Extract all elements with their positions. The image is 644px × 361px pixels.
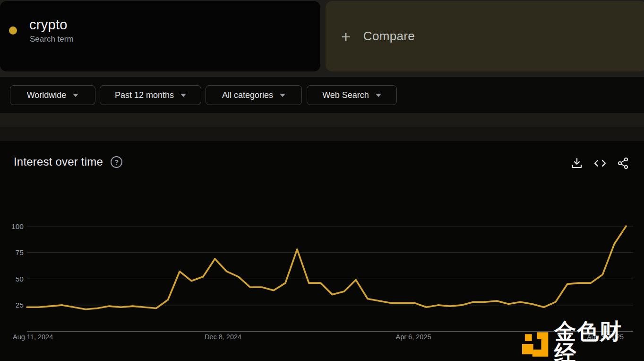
chevron-down-icon [180, 94, 186, 97]
chevron-down-icon [376, 94, 381, 97]
plus-icon: + [341, 28, 351, 44]
panel-divider [0, 127, 644, 141]
compare-label: Compare [363, 29, 415, 44]
filter-bar: Worldwide Past 12 months All categories … [0, 77, 644, 113]
y-axis-tick-label: 75 [16, 248, 24, 256]
chevron-down-icon [280, 94, 285, 97]
chevron-down-icon [73, 94, 78, 97]
x-axis-tick-label: Apr 6, 2025 [396, 333, 431, 341]
panel-divider [0, 113, 644, 127]
y-axis-tick-label: 25 [16, 301, 24, 309]
category-filter-label: All categories [222, 90, 273, 100]
download-icon[interactable] [570, 157, 584, 170]
x-axis-tick-label: Aug 11, 2024 [13, 333, 53, 341]
search-type-filter-label: Web Search [322, 90, 369, 100]
jinse-finance-watermark: 金色财经 [521, 326, 644, 358]
search-type-filter-dropdown[interactable]: Web Search [307, 85, 397, 105]
x-axis-tick-label: Dec 8, 2024 [205, 333, 241, 341]
y-axis-tick-label: 100 [11, 222, 24, 230]
google-trends-page: crypto Search term + Compare Worldwide P… [0, 0, 644, 361]
search-term-card[interactable]: crypto Search term [0, 1, 320, 71]
share-icon[interactable] [616, 157, 629, 170]
add-comparison-card[interactable]: + Compare [326, 1, 644, 71]
category-filter-dropdown[interactable]: All categories [206, 85, 302, 105]
chart-title: Interest over time [14, 155, 103, 168]
time-range-filter-dropdown[interactable]: Past 12 months [100, 85, 201, 105]
jinse-finance-logo-icon [521, 327, 550, 357]
region-filter-label: Worldwide [27, 90, 67, 100]
region-filter-dropdown[interactable]: Worldwide [10, 85, 95, 105]
y-axis-tick-label: 50 [16, 275, 24, 283]
time-range-filter-label: Past 12 months [115, 90, 174, 100]
search-term-title: crypto [29, 17, 68, 33]
trend-line [27, 226, 626, 309]
embed-code-icon[interactable] [593, 157, 607, 170]
watermark-text: 金色财经 [554, 320, 644, 361]
search-term-type-label: Search term [30, 35, 74, 44]
help-icon[interactable]: ? [111, 156, 122, 168]
term-color-dot-icon [9, 26, 17, 35]
